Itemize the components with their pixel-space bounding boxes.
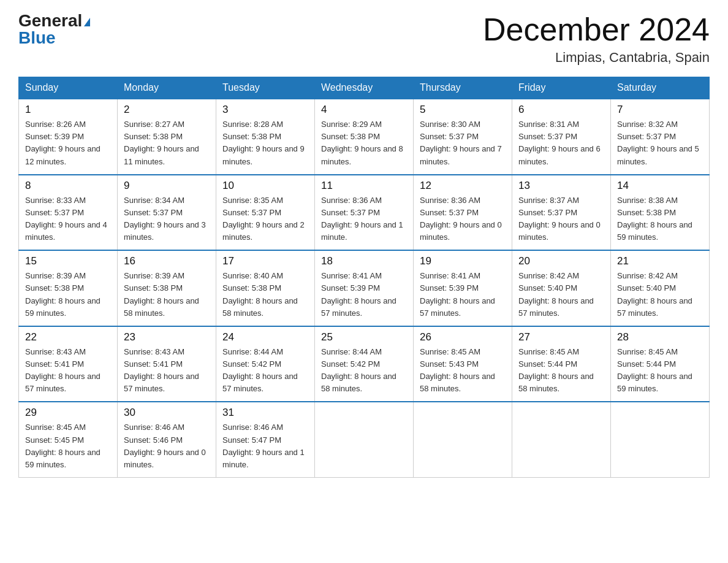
day-number: 30 bbox=[124, 407, 210, 419]
day-info: Sunrise: 8:44 AM Sunset: 5:42 PM Dayligh… bbox=[321, 346, 407, 396]
table-row: 26 Sunrise: 8:45 AM Sunset: 5:43 PM Dayl… bbox=[414, 326, 512, 402]
table-row: 11 Sunrise: 8:36 AM Sunset: 5:37 PM Dayl… bbox=[315, 175, 414, 251]
day-info: Sunrise: 8:44 AM Sunset: 5:42 PM Dayligh… bbox=[222, 346, 308, 396]
day-number: 14 bbox=[617, 180, 703, 192]
day-info: Sunrise: 8:41 AM Sunset: 5:39 PM Dayligh… bbox=[321, 270, 407, 320]
day-number: 7 bbox=[617, 104, 703, 116]
day-info: Sunrise: 8:33 AM Sunset: 5:37 PM Dayligh… bbox=[25, 194, 111, 244]
table-row: 9 Sunrise: 8:34 AM Sunset: 5:37 PM Dayli… bbox=[118, 175, 216, 251]
table-row: 19 Sunrise: 8:41 AM Sunset: 5:39 PM Dayl… bbox=[414, 250, 512, 326]
table-row: 23 Sunrise: 8:43 AM Sunset: 5:41 PM Dayl… bbox=[118, 326, 216, 402]
day-info: Sunrise: 8:29 AM Sunset: 5:38 PM Dayligh… bbox=[321, 118, 407, 168]
day-info: Sunrise: 8:45 AM Sunset: 5:43 PM Dayligh… bbox=[420, 346, 506, 396]
day-number: 2 bbox=[124, 104, 210, 116]
day-info: Sunrise: 8:40 AM Sunset: 5:38 PM Dayligh… bbox=[222, 270, 308, 320]
table-row: 2 Sunrise: 8:27 AM Sunset: 5:38 PM Dayli… bbox=[118, 99, 216, 175]
day-number: 9 bbox=[124, 180, 210, 192]
day-info: Sunrise: 8:26 AM Sunset: 5:39 PM Dayligh… bbox=[25, 118, 111, 168]
calendar-week-row: 1 Sunrise: 8:26 AM Sunset: 5:39 PM Dayli… bbox=[19, 99, 710, 175]
table-row: 28 Sunrise: 8:45 AM Sunset: 5:44 PM Dayl… bbox=[611, 326, 710, 402]
table-row: 14 Sunrise: 8:38 AM Sunset: 5:38 PM Dayl… bbox=[611, 175, 710, 251]
table-row: 13 Sunrise: 8:37 AM Sunset: 5:37 PM Dayl… bbox=[512, 175, 611, 251]
day-info: Sunrise: 8:41 AM Sunset: 5:39 PM Dayligh… bbox=[420, 270, 506, 320]
table-row: 30 Sunrise: 8:46 AM Sunset: 5:46 PM Dayl… bbox=[118, 402, 216, 477]
day-info: Sunrise: 8:45 AM Sunset: 5:44 PM Dayligh… bbox=[617, 346, 703, 396]
table-row: 24 Sunrise: 8:44 AM Sunset: 5:42 PM Dayl… bbox=[216, 326, 315, 402]
table-row: 25 Sunrise: 8:44 AM Sunset: 5:42 PM Dayl… bbox=[315, 326, 414, 402]
day-number: 29 bbox=[25, 407, 111, 419]
table-row: 20 Sunrise: 8:42 AM Sunset: 5:40 PM Dayl… bbox=[512, 250, 611, 326]
day-info: Sunrise: 8:38 AM Sunset: 5:38 PM Dayligh… bbox=[617, 194, 703, 244]
table-row: 3 Sunrise: 8:28 AM Sunset: 5:38 PM Dayli… bbox=[216, 99, 315, 175]
table-row: 16 Sunrise: 8:39 AM Sunset: 5:38 PM Dayl… bbox=[118, 250, 216, 326]
day-info: Sunrise: 8:46 AM Sunset: 5:46 PM Dayligh… bbox=[124, 421, 210, 471]
day-number: 17 bbox=[222, 255, 308, 267]
table-row: 29 Sunrise: 8:45 AM Sunset: 5:45 PM Dayl… bbox=[19, 402, 118, 477]
calendar-week-row: 29 Sunrise: 8:45 AM Sunset: 5:45 PM Dayl… bbox=[19, 402, 710, 477]
day-number: 25 bbox=[321, 331, 407, 343]
day-info: Sunrise: 8:32 AM Sunset: 5:37 PM Dayligh… bbox=[617, 118, 703, 168]
calendar-week-row: 15 Sunrise: 8:39 AM Sunset: 5:38 PM Dayl… bbox=[19, 250, 710, 326]
col-friday: Friday bbox=[512, 77, 611, 99]
table-row bbox=[414, 402, 512, 477]
table-row: 27 Sunrise: 8:45 AM Sunset: 5:44 PM Dayl… bbox=[512, 326, 611, 402]
calendar-week-row: 8 Sunrise: 8:33 AM Sunset: 5:37 PM Dayli… bbox=[19, 175, 710, 251]
table-row: 17 Sunrise: 8:40 AM Sunset: 5:38 PM Dayl… bbox=[216, 250, 315, 326]
day-number: 11 bbox=[321, 180, 407, 192]
day-number: 5 bbox=[420, 104, 506, 116]
day-number: 3 bbox=[222, 104, 308, 116]
day-number: 20 bbox=[518, 255, 604, 267]
table-row: 12 Sunrise: 8:36 AM Sunset: 5:37 PM Dayl… bbox=[414, 175, 512, 251]
day-number: 23 bbox=[124, 331, 210, 343]
day-info: Sunrise: 8:42 AM Sunset: 5:40 PM Dayligh… bbox=[617, 270, 703, 320]
day-info: Sunrise: 8:36 AM Sunset: 5:37 PM Dayligh… bbox=[321, 194, 407, 244]
location-subtitle: Limpias, Cantabria, Spain bbox=[483, 50, 710, 66]
table-row: 18 Sunrise: 8:41 AM Sunset: 5:39 PM Dayl… bbox=[315, 250, 414, 326]
col-wednesday: Wednesday bbox=[315, 77, 414, 99]
title-block: December 2024 Limpias, Cantabria, Spain bbox=[483, 12, 710, 66]
day-info: Sunrise: 8:34 AM Sunset: 5:37 PM Dayligh… bbox=[124, 194, 210, 244]
day-number: 1 bbox=[25, 104, 111, 116]
day-info: Sunrise: 8:39 AM Sunset: 5:38 PM Dayligh… bbox=[25, 270, 111, 320]
table-row: 8 Sunrise: 8:33 AM Sunset: 5:37 PM Dayli… bbox=[19, 175, 118, 251]
day-info: Sunrise: 8:31 AM Sunset: 5:37 PM Dayligh… bbox=[518, 118, 604, 168]
table-row: 31 Sunrise: 8:46 AM Sunset: 5:47 PM Dayl… bbox=[216, 402, 315, 477]
day-info: Sunrise: 8:46 AM Sunset: 5:47 PM Dayligh… bbox=[222, 421, 308, 471]
day-number: 4 bbox=[321, 104, 407, 116]
day-info: Sunrise: 8:28 AM Sunset: 5:38 PM Dayligh… bbox=[222, 118, 308, 168]
day-number: 28 bbox=[617, 331, 703, 343]
table-row: 6 Sunrise: 8:31 AM Sunset: 5:37 PM Dayli… bbox=[512, 99, 611, 175]
calendar-header-row: Sunday Monday Tuesday Wednesday Thursday… bbox=[19, 77, 710, 99]
day-number: 24 bbox=[222, 331, 308, 343]
day-number: 6 bbox=[518, 104, 604, 116]
table-row bbox=[512, 402, 611, 477]
calendar-table: Sunday Monday Tuesday Wednesday Thursday… bbox=[18, 77, 710, 478]
day-number: 26 bbox=[420, 331, 506, 343]
col-sunday: Sunday bbox=[19, 77, 118, 99]
col-monday: Monday bbox=[118, 77, 216, 99]
day-number: 12 bbox=[420, 180, 506, 192]
day-info: Sunrise: 8:37 AM Sunset: 5:37 PM Dayligh… bbox=[518, 194, 604, 244]
day-info: Sunrise: 8:42 AM Sunset: 5:40 PM Dayligh… bbox=[518, 270, 604, 320]
day-info: Sunrise: 8:36 AM Sunset: 5:37 PM Dayligh… bbox=[420, 194, 506, 244]
day-info: Sunrise: 8:39 AM Sunset: 5:38 PM Dayligh… bbox=[124, 270, 210, 320]
logo-text-line1: General bbox=[18, 12, 90, 29]
day-info: Sunrise: 8:45 AM Sunset: 5:44 PM Dayligh… bbox=[518, 346, 604, 396]
col-thursday: Thursday bbox=[414, 77, 512, 99]
day-info: Sunrise: 8:43 AM Sunset: 5:41 PM Dayligh… bbox=[25, 346, 111, 396]
col-tuesday: Tuesday bbox=[216, 77, 315, 99]
day-info: Sunrise: 8:45 AM Sunset: 5:45 PM Dayligh… bbox=[25, 421, 111, 471]
table-row: 22 Sunrise: 8:43 AM Sunset: 5:41 PM Dayl… bbox=[19, 326, 118, 402]
col-saturday: Saturday bbox=[611, 77, 710, 99]
day-number: 18 bbox=[321, 255, 407, 267]
day-number: 15 bbox=[25, 255, 111, 267]
day-number: 22 bbox=[25, 331, 111, 343]
table-row: 15 Sunrise: 8:39 AM Sunset: 5:38 PM Dayl… bbox=[19, 250, 118, 326]
day-number: 21 bbox=[617, 255, 703, 267]
logo-triangle-icon bbox=[84, 18, 90, 26]
day-number: 27 bbox=[518, 331, 604, 343]
day-info: Sunrise: 8:35 AM Sunset: 5:37 PM Dayligh… bbox=[222, 194, 308, 244]
table-row: 5 Sunrise: 8:30 AM Sunset: 5:37 PM Dayli… bbox=[414, 99, 512, 175]
table-row bbox=[315, 402, 414, 477]
day-number: 16 bbox=[124, 255, 210, 267]
